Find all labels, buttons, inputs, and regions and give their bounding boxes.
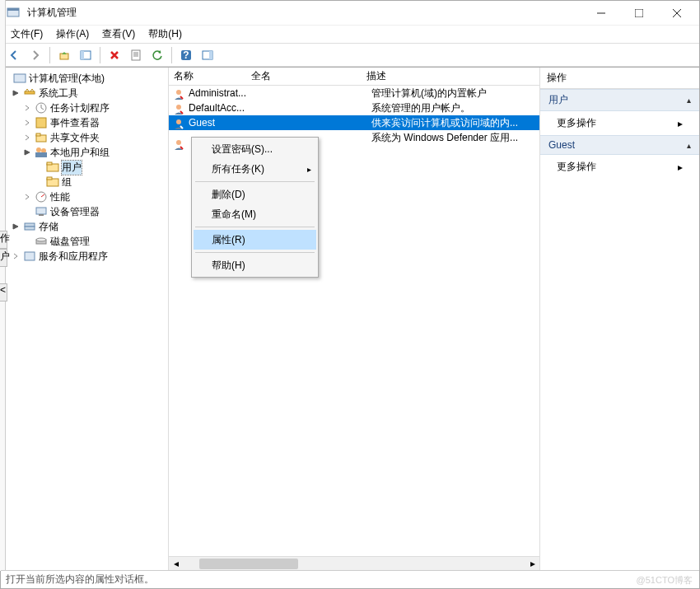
col-description[interactable]: 描述 [362,66,539,86]
title-bar: 计算机管理 [1,1,699,26]
svg-rect-25 [35,152,47,157]
svg-point-38 [176,90,181,95]
svg-rect-29 [47,177,52,180]
ctx-rename[interactable]: 重命名(M) [194,204,316,224]
user-icon [172,118,185,133]
menu-view[interactable]: 查看(V) [97,26,140,43]
menu-file[interactable]: 文件(F) [6,26,48,43]
svg-rect-37 [25,252,35,260]
svg-rect-20 [36,118,46,128]
actions-section-users[interactable]: 用户▴ [540,89,699,111]
svg-rect-1 [7,8,19,11]
forward-button[interactable] [26,45,45,65]
tree-sharedfolders[interactable]: 共享文件夹 [9,130,166,145]
collapse-icon[interactable]: ▴ [687,96,691,105]
properties-button[interactable] [126,45,146,65]
svg-rect-9 [132,50,140,60]
column-headers[interactable]: 名称 全名 描述 [169,68,539,86]
actions-more-guest[interactable]: 更多操作▸ [540,155,699,179]
maximize-button[interactable] [620,1,658,26]
status-text: 打开当前所选内容的属性对话框。 [6,573,154,587]
app-icon [7,7,20,20]
menu-bar: 文件(F) 操作(A) 查看(V) 帮助(H) [1,26,699,44]
scroll-left-icon[interactable]: ◂ [169,557,183,571]
up-button[interactable] [54,45,74,65]
ctx-separator [195,252,315,253]
toolbar: ? [1,44,699,67]
ctx-set-password[interactable]: 设置密码(S)... [194,139,316,159]
tree-diskmgmt[interactable]: 磁盘管理 [9,234,166,249]
chevron-right-icon: ▸ [678,161,683,173]
menu-action[interactable]: 操作(A) [51,26,94,43]
chevron-right-icon: ▸ [678,118,683,129]
svg-rect-33 [25,223,35,227]
main-area: 作 户 < 计算机管理(本地) 系统工具 任务计划程序 事件查看器 共享文件夹 … [1,67,699,570]
svg-rect-31 [36,208,46,214]
svg-rect-8 [81,51,84,59]
svg-rect-22 [36,133,40,136]
ctx-separator [195,227,315,227]
horizontal-scrollbar[interactable]: ◂ ▸ [169,556,539,570]
list-row-guest[interactable]: Guest供来宾访问计算机或访问域的内... [169,115,539,130]
window-title: 计算机管理 [27,6,77,20]
left-sliver: 作 户 < [0,0,6,571]
scroll-right-icon[interactable]: ▸ [525,557,539,571]
tree-storage[interactable]: 存储 [9,219,166,234]
svg-rect-3 [635,9,643,17]
back-button[interactable] [4,45,24,65]
svg-point-23 [36,147,41,152]
svg-rect-18 [25,91,35,94]
actions-header: 操作 [540,68,699,89]
tree-services[interactable]: 服务和应用程序 [9,249,166,264]
help-button[interactable]: ? [176,45,196,65]
scroll-thumb[interactable] [199,559,298,569]
ctx-all-tasks[interactable]: 所有任务(K)▸ [194,159,316,179]
svg-rect-6 [60,54,68,59]
tree-localusersgroups[interactable]: 本地用户和组 [9,145,166,160]
ctx-separator [195,181,315,182]
context-menu: 设置密码(S)... 所有任务(K)▸ 删除(D) 重命名(M) 属性(R) 帮… [191,137,319,278]
minimize-button[interactable] [582,1,620,26]
svg-point-39 [176,105,181,110]
list-row-administrator[interactable]: Administrat...管理计算机(域)的内置帐户 [169,86,539,101]
menu-help[interactable]: 帮助(H) [143,26,187,43]
svg-rect-17 [14,74,26,82]
list-row-defaultaccount[interactable]: DefaultAcc...系统管理的用户帐户。 [169,101,539,115]
close-button[interactable] [658,1,696,26]
ctx-properties[interactable]: 属性(R) [194,230,316,250]
svg-text:?: ? [183,49,189,61]
svg-rect-34 [25,227,35,230]
user-icon [172,138,185,154]
status-bar: 打开当前所选内容的属性对话框。 @51CTO博客 [1,570,699,588]
show-hide-console-tree-button[interactable] [76,45,96,65]
show-hide-action-pane-button[interactable] [198,45,217,65]
svg-point-40 [176,119,181,124]
refresh-button[interactable] [147,45,167,65]
tree-groups[interactable]: 组 [9,175,166,189]
tree-users[interactable]: 用户 [9,160,166,175]
col-name[interactable]: 名称 [169,66,246,86]
tree-devmgr[interactable]: 设备管理器 [9,204,166,219]
svg-rect-32 [39,214,44,216]
console-tree[interactable]: 计算机管理(本地) 系统工具 任务计划程序 事件查看器 共享文件夹 本地用户和组… [7,68,169,570]
svg-rect-27 [47,162,52,165]
tree-systools[interactable]: 系统工具 [9,86,166,101]
watermark: @51CTO博客 [637,574,693,587]
collapse-icon[interactable]: ▴ [687,141,691,150]
tree-performance[interactable]: 性能 [9,189,166,204]
tree-tasksched[interactable]: 任务计划程序 [9,101,166,115]
svg-rect-16 [209,51,212,59]
ctx-help[interactable]: 帮助(H) [194,255,316,275]
actions-more-users[interactable]: 更多操作▸ [540,111,699,135]
tree-root[interactable]: 计算机管理(本地) [9,71,166,86]
actions-section-guest[interactable]: Guest▴ [540,135,699,155]
col-fullname[interactable]: 全名 [246,66,362,86]
ctx-delete[interactable]: 删除(D) [194,185,316,204]
svg-point-41 [176,140,181,145]
actions-pane: 操作 用户▴ 更多操作▸ Guest▴ 更多操作▸ [539,68,699,570]
svg-point-36 [36,238,46,241]
chevron-right-icon: ▸ [307,165,311,174]
tree-eventviewer[interactable]: 事件查看器 [9,115,166,130]
delete-button[interactable] [105,45,124,65]
